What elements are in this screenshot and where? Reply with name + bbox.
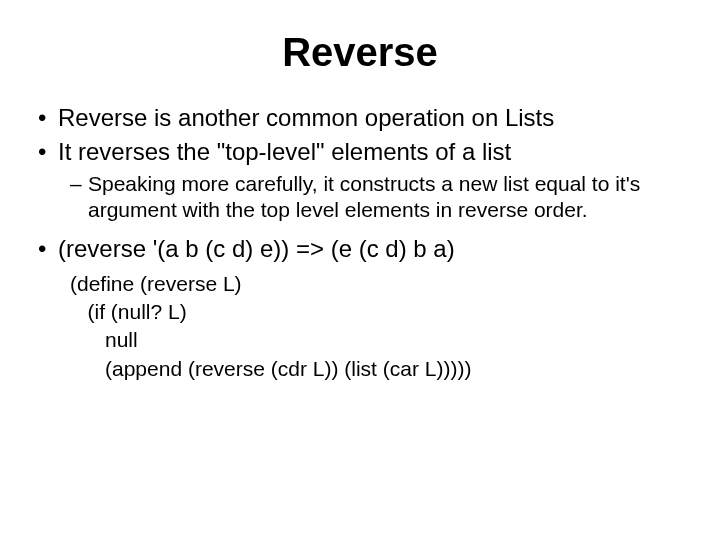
code-line-4: (append (reverse (cdr L)) (list (car L))…: [70, 355, 684, 383]
bullet-2-sub-1: Speaking more carefully, it constructs a…: [70, 171, 684, 224]
code-line-2: (if (null? L): [70, 298, 684, 326]
bullet-3-text: (reverse '(a b (c d) e)) => (e (c d) b a…: [58, 235, 455, 262]
code-line-3: null: [70, 326, 684, 354]
code-block: (define (reverse L) (if (null? L) null (…: [58, 270, 684, 383]
bullet-1: Reverse is another common operation on L…: [38, 103, 684, 133]
bullet-2-text: It reverses the "top-level" elements of …: [58, 138, 511, 165]
bullet-2-sub-1-text: Speaking more carefully, it constructs a…: [88, 172, 640, 221]
bullet-3: (reverse '(a b (c d) e)) => (e (c d) b a…: [38, 234, 684, 383]
code-line-1: (define (reverse L): [70, 270, 684, 298]
bullet-list: Reverse is another common operation on L…: [30, 103, 690, 383]
slide: Reverse Reverse is another common operat…: [0, 0, 720, 540]
bullet-1-text: Reverse is another common operation on L…: [58, 104, 554, 131]
bullet-2-sublist: Speaking more carefully, it constructs a…: [58, 171, 684, 224]
slide-title: Reverse: [30, 30, 690, 75]
bullet-2: It reverses the "top-level" elements of …: [38, 137, 684, 224]
